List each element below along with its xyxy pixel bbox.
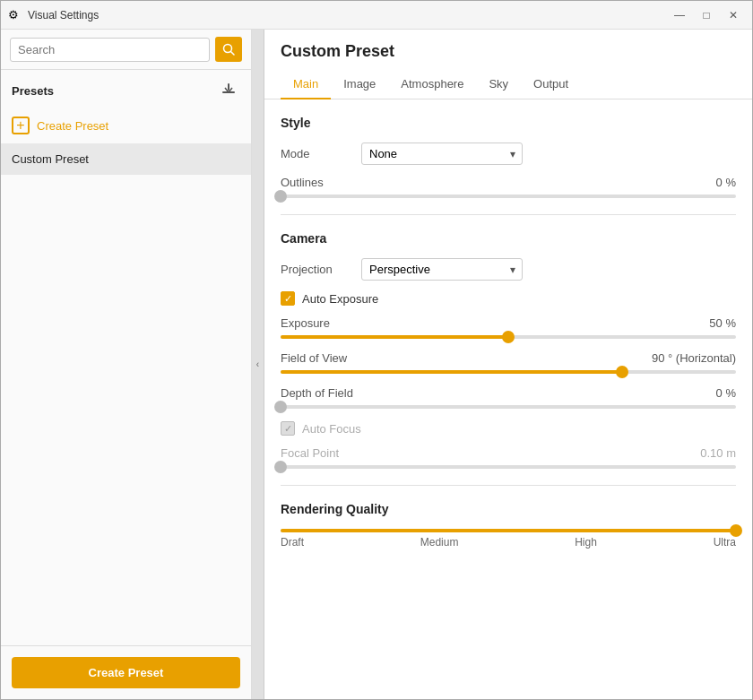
outlines-row: Outlines 0 % — [281, 176, 736, 198]
rq-labels: Draft Medium High Ultra — [281, 536, 736, 549]
exposure-header: Exposure 50 % — [281, 316, 736, 330]
mode-label: Mode — [281, 147, 352, 160]
rq-label-draft: Draft — [281, 536, 304, 549]
auto-exposure-check-icon: ✓ — [284, 294, 292, 304]
fov-track[interactable] — [281, 370, 736, 374]
preset-list-item[interactable]: Custom Preset — [1, 143, 251, 175]
projection-select[interactable]: Perspective Orthographic Panoramic — [361, 258, 523, 281]
exposure-value: 50 % — [709, 316, 736, 330]
presets-title: Presets — [12, 84, 54, 98]
exposure-thumb[interactable] — [502, 331, 515, 343]
create-preset-button[interactable]: Create Preset — [12, 657, 240, 688]
fov-row: Field of View 90 ° (Horizontal) — [281, 351, 736, 374]
auto-exposure-label: Auto Exposure — [302, 292, 378, 306]
auto-focus-check-icon: ✓ — [284, 424, 292, 434]
projection-row: Projection Perspective Orthographic Pano… — [281, 258, 736, 281]
tab-main[interactable]: Main — [281, 70, 331, 99]
search-icon — [222, 43, 235, 56]
preset-item-label: Custom Preset — [12, 152, 89, 166]
export-button[interactable] — [217, 79, 240, 102]
tab-atmosphere[interactable]: Atmosphere — [388, 70, 476, 99]
exposure-fill — [281, 335, 508, 339]
presets-header: Presets — [1, 70, 251, 108]
style-divider — [281, 214, 736, 215]
mode-row: Mode None Realistic Cartoon Sketch — [281, 143, 736, 165]
fov-header: Field of View 90 ° (Horizontal) — [281, 351, 736, 365]
title-bar-controls: — □ ✕ — [668, 6, 745, 24]
mode-select-wrapper: None Realistic Cartoon Sketch — [361, 143, 523, 165]
content-area: Custom Preset Main Image Atmosphere Sky … — [264, 30, 752, 699]
auto-exposure-checkbox[interactable]: ✓ — [281, 291, 295, 306]
dof-thumb[interactable] — [274, 401, 287, 413]
fov-value: 90 ° (Horizontal) — [652, 351, 736, 365]
projection-label: Projection — [281, 263, 352, 276]
search-button[interactable] — [215, 37, 242, 62]
sidebar-bottom: Create Preset — [1, 645, 251, 699]
fov-thumb[interactable] — [616, 366, 628, 378]
tab-image[interactable]: Image — [331, 70, 388, 99]
plus-icon: + — [12, 117, 30, 134]
exposure-label: Exposure — [281, 316, 330, 330]
collapse-tab[interactable]: ‹ — [252, 30, 264, 699]
outlines-thumb[interactable] — [274, 190, 287, 203]
rq-row: Draft Medium High Ultra — [281, 529, 736, 549]
collapse-icon: ‹ — [256, 359, 259, 369]
create-preset-label: Create Preset — [37, 119, 108, 133]
dof-track[interactable] — [281, 405, 736, 409]
dof-header: Depth of Field 0 % — [281, 386, 736, 400]
auto-focus-checkbox[interactable]: ✓ — [281, 421, 295, 436]
export-icon — [221, 81, 237, 97]
outlines-track[interactable] — [281, 194, 736, 198]
camera-divider — [281, 485, 736, 486]
exposure-track[interactable] — [281, 335, 736, 339]
focal-point-row: Focal Point 0.10 m — [281, 446, 736, 469]
svg-line-1 — [231, 52, 235, 56]
rq-label-high: High — [575, 536, 597, 549]
outlines-header: Outlines 0 % — [281, 176, 736, 189]
dof-value: 0 % — [716, 386, 736, 400]
app-window: ⚙ Visual Settings — □ ✕ P — [0, 0, 753, 700]
main-layout: Presets + Create Preset Custom Preset — [1, 30, 752, 699]
sidebar: Presets + Create Preset Custom Preset — [1, 30, 252, 699]
content-header: Custom Preset Main Image Atmosphere Sky … — [264, 30, 752, 99]
exposure-row: Exposure 50 % — [281, 316, 736, 339]
rq-fill — [281, 529, 736, 532]
auto-focus-label: Auto Focus — [302, 422, 361, 436]
rq-track[interactable] — [281, 529, 736, 532]
content-body: Style Mode None Realistic Cartoon Sketch — [264, 99, 752, 699]
maximize-button[interactable]: □ — [695, 6, 718, 24]
tab-sky[interactable]: Sky — [476, 70, 521, 99]
projection-select-wrapper: Perspective Orthographic Panoramic — [361, 258, 523, 281]
search-bar — [1, 30, 251, 70]
auto-focus-row: ✓ Auto Focus — [281, 421, 736, 436]
mode-select[interactable]: None Realistic Cartoon Sketch — [361, 143, 523, 165]
fov-fill — [281, 370, 622, 374]
search-input[interactable] — [10, 38, 210, 62]
title-bar-left: ⚙ Visual Settings — [8, 8, 99, 22]
tab-output[interactable]: Output — [521, 70, 581, 99]
app-icon: ⚙ — [8, 8, 22, 22]
close-button[interactable]: ✕ — [722, 6, 745, 24]
dof-row: Depth of Field 0 % — [281, 386, 736, 409]
camera-section-title: Camera — [281, 231, 736, 246]
auto-exposure-row: ✓ Auto Exposure — [281, 291, 736, 306]
focal-point-value: 0.10 m — [700, 446, 736, 460]
rq-section-title: Rendering Quality — [281, 502, 736, 516]
style-section-title: Style — [281, 116, 736, 130]
rq-label-medium: Medium — [420, 536, 459, 549]
create-preset-item[interactable]: + Create Preset — [1, 108, 251, 143]
minimize-button[interactable]: — — [668, 6, 691, 24]
focal-point-label: Focal Point — [281, 446, 339, 460]
title-bar: ⚙ Visual Settings — □ ✕ — [1, 1, 752, 30]
dof-label: Depth of Field — [281, 386, 353, 400]
outlines-label: Outlines — [281, 176, 324, 189]
title-bar-title: Visual Settings — [28, 9, 99, 22]
outlines-value: 0 % — [716, 176, 736, 189]
focal-point-header: Focal Point 0.10 m — [281, 446, 736, 460]
focal-point-track — [281, 465, 736, 469]
rq-thumb[interactable] — [730, 524, 742, 537]
rq-label-ultra: Ultra — [714, 536, 736, 549]
page-title: Custom Preset — [281, 42, 736, 61]
svg-rect-3 — [228, 83, 229, 91]
fov-label: Field of View — [281, 351, 347, 365]
